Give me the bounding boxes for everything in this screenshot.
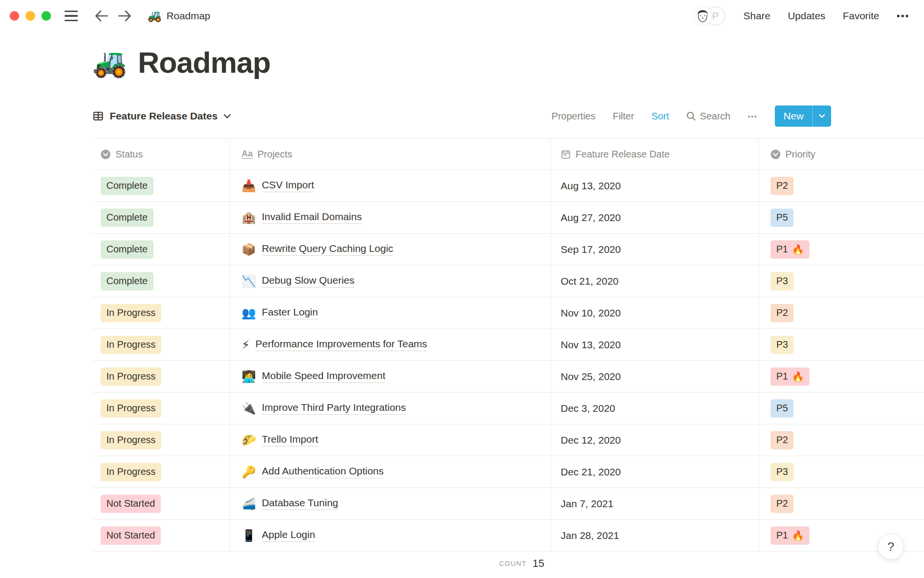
project-link[interactable]: Rewrite Query Caching Logic: [262, 243, 393, 256]
table-row[interactable]: In Progress🔌Improve Third Party Integrat…: [92, 393, 924, 424]
project-link[interactable]: Apple Login: [262, 529, 315, 542]
new-button[interactable]: New: [775, 105, 831, 127]
status-tag[interactable]: Complete: [101, 240, 154, 259]
help-question-mark: ?: [887, 539, 894, 554]
date-cell[interactable]: Jan 28, 2021: [551, 520, 759, 551]
priority-tag[interactable]: P5: [770, 399, 794, 418]
date-cell[interactable]: Dec 12, 2020: [551, 424, 759, 456]
priority-tag[interactable]: P3: [770, 272, 794, 290]
column-header-projects[interactable]: Aa Projects: [230, 139, 551, 170]
status-tag[interactable]: In Progress: [101, 304, 161, 322]
priority-tag[interactable]: P1🔥: [770, 240, 809, 259]
date-cell[interactable]: Oct 21, 2020: [551, 265, 759, 297]
status-tag[interactable]: Complete: [101, 209, 154, 227]
priority-tag[interactable]: P1🔥: [770, 526, 809, 545]
table-row[interactable]: Not Started📱Apple LoginJan 28, 2021P1🔥: [92, 520, 924, 552]
more-options-icon[interactable]: •••: [897, 11, 910, 22]
page-title-text[interactable]: Roadmap: [138, 45, 270, 79]
search-button[interactable]: Search: [686, 111, 730, 122]
status-tag[interactable]: In Progress: [101, 431, 161, 449]
project-link[interactable]: Performance Improvements for Teams: [256, 338, 427, 351]
view-more-icon[interactable]: •••: [748, 112, 757, 120]
status-cell: In Progress: [92, 297, 230, 328]
tractor-page-icon[interactable]: 🚜: [92, 46, 127, 79]
column-header-status[interactable]: Status: [92, 139, 230, 170]
date-cell[interactable]: Dec 21, 2020: [551, 456, 759, 487]
table-row[interactable]: In Progress⚡Performance Improvements for…: [92, 329, 924, 361]
sort-button[interactable]: Sort: [652, 111, 669, 122]
date-cell[interactable]: Nov 13, 2020: [551, 329, 759, 360]
date-cell[interactable]: Jan 7, 2021: [551, 488, 759, 519]
project-link[interactable]: Add Authentication Options: [262, 465, 384, 478]
status-tag[interactable]: Not Started: [101, 495, 161, 513]
table-row[interactable]: In Progress🌮Trello ImportDec 12, 2020P2: [92, 424, 924, 456]
status-tag[interactable]: Complete: [101, 272, 154, 290]
date-cell[interactable]: Sep 17, 2020: [551, 234, 759, 265]
project-link[interactable]: Invalid Email Domains: [262, 211, 362, 224]
project-link[interactable]: CSV Import: [262, 179, 314, 192]
help-button[interactable]: ?: [878, 534, 904, 560]
priority-tag[interactable]: P3: [770, 336, 794, 354]
table-row[interactable]: Not Started🚄Database TuningJan 7, 2021P2: [92, 488, 924, 520]
filter-button[interactable]: Filter: [613, 111, 634, 122]
date-cell[interactable]: Nov 10, 2020: [551, 297, 759, 328]
breadcrumb-label: Roadmap: [167, 10, 210, 22]
minimize-window-button[interactable]: [26, 11, 35, 21]
project-link[interactable]: Debug Slow Queries: [262, 275, 355, 288]
status-tag[interactable]: In Progress: [101, 336, 161, 354]
table-row[interactable]: Complete📥CSV ImportAug 13, 2020P2: [92, 170, 924, 202]
updates-button[interactable]: Updates: [788, 10, 825, 22]
date-cell[interactable]: Aug 27, 2020: [551, 202, 759, 233]
count-label[interactable]: COUNT: [499, 560, 526, 567]
high-speed-train-icon: 🚄: [242, 497, 256, 511]
priority-tag[interactable]: P2: [770, 177, 794, 195]
status-tag[interactable]: In Progress: [101, 399, 161, 418]
date-cell[interactable]: Aug 13, 2020: [551, 170, 759, 201]
table-row[interactable]: In Progress👥Faster LoginNov 10, 2020P2: [92, 297, 924, 329]
project-link[interactable]: Trello Import: [262, 434, 318, 447]
table-row[interactable]: Complete📉Debug Slow QueriesOct 21, 2020P…: [92, 265, 924, 297]
project-cell: 📱Apple Login: [230, 520, 551, 551]
status-tag[interactable]: Complete: [101, 177, 154, 195]
project-link[interactable]: Database Tuning: [262, 497, 338, 510]
priority-cell: P2: [759, 170, 924, 201]
share-button[interactable]: Share: [744, 10, 770, 22]
priority-tag[interactable]: P2: [770, 431, 794, 449]
date-value: Aug 27, 2020: [561, 212, 621, 223]
priority-tag[interactable]: P2: [770, 495, 794, 513]
project-link[interactable]: Mobile Speed Improvement: [262, 370, 385, 383]
zoom-window-button[interactable]: [41, 11, 51, 21]
column-header-date[interactable]: Feature Release Date: [551, 139, 759, 170]
table-row[interactable]: Complete📦Rewrite Query Caching LogicSep …: [92, 234, 924, 265]
breadcrumb[interactable]: 🚜 Roadmap: [147, 9, 210, 23]
table-row[interactable]: In Progress🔑Add Authentication OptionsDe…: [92, 456, 924, 488]
status-tag[interactable]: In Progress: [101, 368, 161, 386]
project-link[interactable]: Faster Login: [262, 306, 318, 319]
forward-button[interactable]: [117, 10, 132, 22]
priority-tag[interactable]: P1🔥: [770, 368, 809, 386]
date-cell[interactable]: Dec 3, 2020: [551, 393, 759, 424]
sidebar-menu-icon[interactable]: [64, 11, 78, 22]
status-tag[interactable]: Not Started: [101, 526, 161, 545]
back-button[interactable]: [94, 10, 109, 22]
table-row[interactable]: Complete🏨Invalid Email DomainsAug 27, 20…: [92, 202, 924, 234]
new-dropdown-button[interactable]: [813, 105, 831, 127]
close-window-button[interactable]: [10, 11, 19, 21]
priority-tag[interactable]: P5: [770, 209, 794, 227]
table-row[interactable]: In Progress👩‍💻Mobile Speed ImprovementNo…: [92, 361, 924, 393]
priority-tag[interactable]: P3: [770, 463, 794, 481]
priority-tag[interactable]: P2: [770, 304, 794, 322]
project-link[interactable]: Improve Third Party Integrations: [262, 402, 406, 415]
view-switcher[interactable]: Feature Release Dates: [92, 110, 231, 122]
status-cell: In Progress: [92, 424, 230, 456]
properties-button[interactable]: Properties: [552, 111, 595, 122]
status-tag[interactable]: In Progress: [101, 463, 161, 481]
date-value: Sep 17, 2020: [561, 244, 621, 255]
column-header-priority[interactable]: Priority: [759, 139, 924, 170]
date-cell[interactable]: Nov 25, 2020: [551, 361, 759, 392]
user-avatar[interactable]: [693, 6, 712, 26]
status-cell: Not Started: [92, 488, 230, 519]
favorite-button[interactable]: Favorite: [843, 10, 879, 22]
priority-cell: P3: [759, 329, 924, 360]
window-titlebar: 🚜 Roadmap P Share Updates Fav: [0, 0, 924, 32]
